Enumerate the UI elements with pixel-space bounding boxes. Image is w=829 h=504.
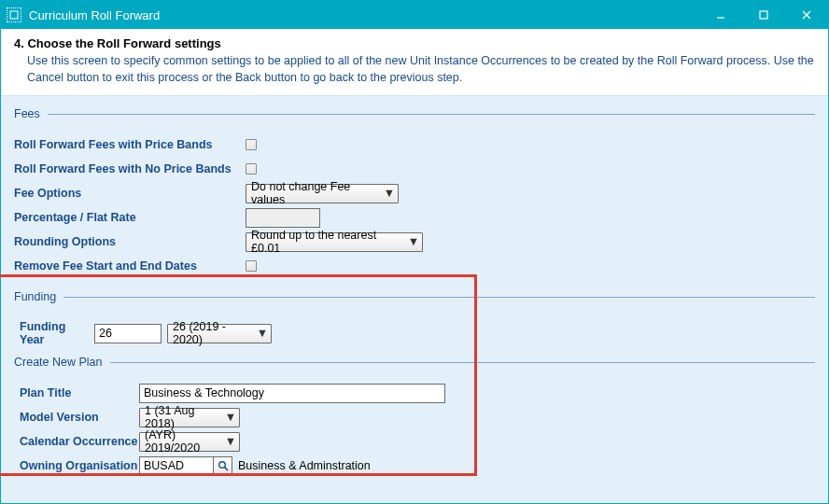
close-button[interactable] <box>785 1 828 29</box>
app-window: Curriculum Roll Forward 4. Choose the Ro… <box>0 0 829 504</box>
funding-group: Funding Funding Year 26 26 (2019 - 2020)… <box>14 290 815 477</box>
calendar-occurrence-label: Calendar Occurrence <box>20 435 139 448</box>
svg-rect-0 <box>10 11 18 19</box>
owning-org-input[interactable]: BUSAD <box>139 456 214 476</box>
pct-flat-input[interactable] <box>246 208 320 228</box>
divider <box>63 297 815 298</box>
minimize-button[interactable] <box>699 1 742 29</box>
fees-legend: Fees <box>14 107 44 120</box>
svg-rect-2 <box>760 11 767 19</box>
fee-options-value: Do not change Fee values <box>251 180 377 206</box>
app-icon <box>7 7 21 22</box>
roll-with-price-checkbox[interactable] <box>246 139 257 150</box>
funding-year-select[interactable]: 26 (2019 - 2020) ▼ <box>167 324 272 343</box>
form-body: Fees Roll Forward Fees with Price Bands … <box>1 96 828 503</box>
divider <box>110 362 816 363</box>
plan-title-label: Plan Title <box>20 386 139 399</box>
calendar-occurrence-select[interactable]: (AYR) 2019/2020 ▼ <box>139 432 240 452</box>
fee-options-label: Fee Options <box>14 187 246 200</box>
model-version-select[interactable]: 1 (31 Aug 2018) ▼ <box>139 408 240 427</box>
maximize-button[interactable] <box>742 1 785 29</box>
form-header: 4. Choose the Roll Forward settings Use … <box>1 29 828 96</box>
pct-flat-label: Percentage / Flat Rate <box>14 211 246 224</box>
owning-org-label: Owning Organisation <box>20 459 139 472</box>
dropdown-icon: ▼ <box>224 411 237 424</box>
title-bar: Curriculum Roll Forward <box>1 1 828 29</box>
funding-year-label: Funding Year <box>20 320 94 346</box>
roll-with-price-label: Roll Forward Fees with Price Bands <box>14 138 246 151</box>
model-version-value: 1 (31 Aug 2018) <box>145 404 218 430</box>
remove-dates-label: Remove Fee Start and End Dates <box>14 259 246 273</box>
funding-year-input[interactable]: 26 <box>94 324 162 343</box>
dropdown-icon: ▼ <box>407 235 420 248</box>
window-title: Curriculum Roll Forward <box>29 8 699 22</box>
svg-point-5 <box>218 462 225 469</box>
svg-line-6 <box>224 468 227 470</box>
roll-no-price-label: Roll Forward Fees with No Price Bands <box>14 162 246 175</box>
owning-org-lookup-button[interactable] <box>214 456 232 476</box>
plan-title-value: Business & Technology <box>144 386 264 399</box>
rounding-select[interactable]: Round up to the nearest £0.01 ▼ <box>246 232 423 252</box>
funding-year-value: 26 <box>99 327 112 340</box>
funding-legend: Funding <box>14 290 60 303</box>
fee-options-select[interactable]: Do not change Fee values ▼ <box>246 184 399 203</box>
owning-org-code: BUSAD <box>144 459 184 472</box>
owning-org-name: Business & Adminstration <box>238 459 371 472</box>
roll-no-price-checkbox[interactable] <box>246 163 257 175</box>
window-controls <box>699 1 828 29</box>
dropdown-icon: ▼ <box>256 327 269 340</box>
rounding-label: Rounding Options <box>14 235 246 248</box>
create-new-plan-group: Create New Plan Plan Title Business & Te… <box>14 356 815 477</box>
step-subtitle: Use this screen to specify common settin… <box>14 53 815 86</box>
search-icon <box>218 460 229 471</box>
remove-dates-checkbox[interactable] <box>246 260 257 272</box>
step-title: 4. Choose the Roll Forward settings <box>14 36 815 50</box>
calendar-occurrence-value: (AYR) 2019/2020 <box>145 428 218 455</box>
plan-title-input[interactable]: Business & Technology <box>139 384 445 403</box>
divider <box>48 114 815 115</box>
funding-year-select-value: 26 (2019 - 2020) <box>173 320 250 346</box>
fees-group: Fees Roll Forward Fees with Price Bands … <box>14 107 815 277</box>
rounding-value: Round up to the nearest £0.01 <box>251 229 401 255</box>
dropdown-icon: ▼ <box>383 187 396 200</box>
model-version-label: Model Version <box>20 411 139 424</box>
plan-legend: Create New Plan <box>14 356 106 369</box>
dropdown-icon: ▼ <box>224 435 237 448</box>
